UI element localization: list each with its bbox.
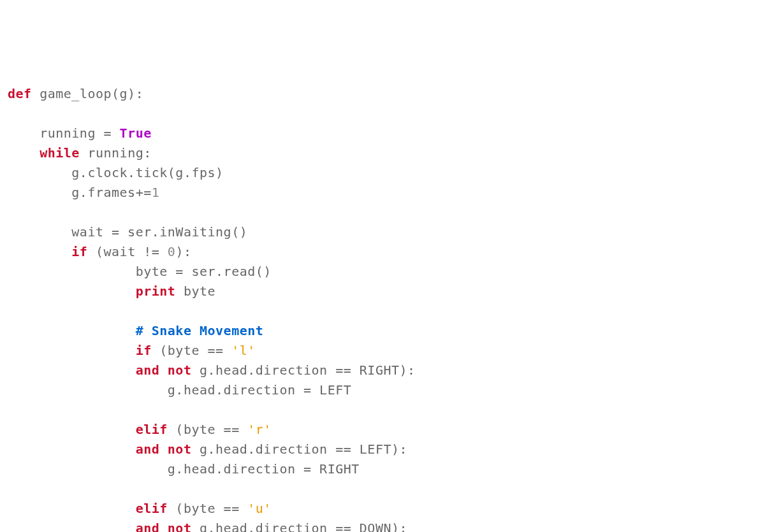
code-token: 'r' — [247, 422, 272, 437]
code-token: elif — [136, 501, 168, 516]
code-token: 'u' — [247, 501, 272, 516]
code-token: if — [71, 244, 87, 259]
code-token: # Snake Movement — [136, 323, 264, 338]
code-token: while — [40, 145, 80, 161]
code-token: if — [136, 343, 152, 358]
code-token: elif — [136, 422, 168, 437]
code-token: 'l' — [231, 343, 256, 358]
code-token: print — [136, 284, 176, 299]
code-token: 1 — [152, 185, 160, 200]
code-token: 0 — [168, 244, 176, 259]
code-token: True — [120, 126, 152, 141]
code-token: and not — [136, 363, 192, 378]
code-token: and not — [136, 442, 192, 457]
code-block: def game_loop(g): running = True while r… — [8, 84, 750, 532]
code-token: def — [8, 86, 40, 101]
code-token: and not — [136, 521, 192, 532]
